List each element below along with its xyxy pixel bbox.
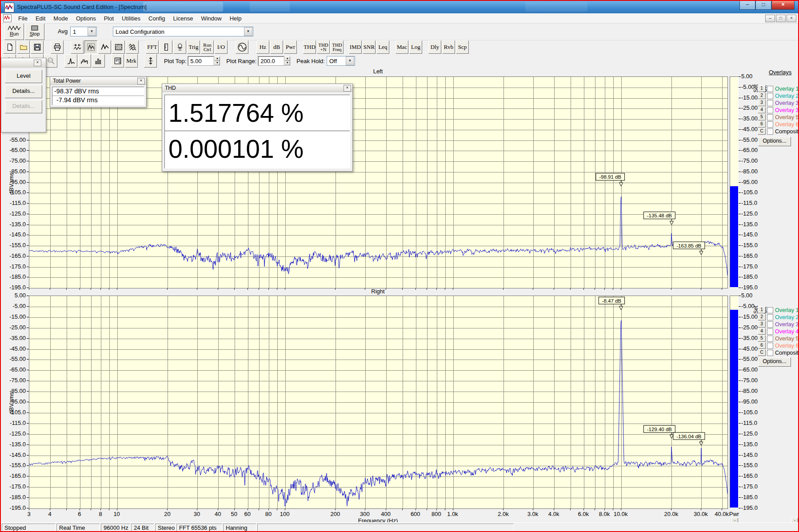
total-power-title[interactable]: Total Power × — [50, 77, 146, 85]
new-file-button[interactable] — [3, 40, 16, 54]
weighting-button[interactable] — [173, 40, 186, 54]
peak-hold-select[interactable]: Off ▼ — [327, 56, 355, 66]
peak-marker-icon[interactable] — [670, 221, 673, 225]
peak-marker-icon[interactable] — [699, 251, 703, 255]
overlay-on-checkbox[interactable] — [767, 321, 773, 328]
overlay-on-checkbox[interactable] — [767, 100, 773, 106]
io-button[interactable]: I/O — [215, 40, 228, 54]
overlay-set-button[interactable]: C — [758, 128, 766, 135]
trigger-button[interactable]: Trig — [187, 40, 200, 54]
mdi-restore-button[interactable]: □ — [776, 15, 786, 22]
surface-button[interactable] — [126, 40, 139, 54]
close-icon[interactable]: × — [344, 85, 351, 92]
overlay-set-button[interactable]: 2 — [758, 92, 766, 99]
close-icon[interactable]: × — [34, 60, 41, 66]
scale-button[interactable] — [160, 40, 172, 54]
peak-marker-icon[interactable] — [619, 306, 623, 310]
plot-line-mode-button[interactable] — [64, 54, 77, 68]
spectrum-plot-left[interactable]: -98.91 dB-135.48 dB-163.85 dB — [29, 76, 728, 288]
spectrogram-button[interactable] — [112, 40, 125, 54]
menu-utilities[interactable]: Utilities — [118, 14, 144, 23]
close-button[interactable]: × — [771, 1, 795, 10]
thd-button[interactable]: THD — [303, 40, 316, 54]
reverb-button[interactable]: Rvb — [442, 40, 455, 54]
spectrum-button[interactable] — [84, 40, 97, 54]
thd-freq-button[interactable]: THDFreq — [331, 40, 344, 54]
run-button[interactable]: Run — [4, 24, 24, 40]
overlay-set-button[interactable]: 6 — [758, 121, 766, 128]
overlay-set-button[interactable]: 3 — [758, 100, 766, 106]
overlay-on-checkbox[interactable] — [767, 114, 773, 120]
open-file-button[interactable] — [17, 40, 30, 54]
menu-edit[interactable]: Edit — [32, 14, 49, 23]
plot-bar-mode-button[interactable] — [92, 54, 105, 68]
overlay-on-checkbox[interactable] — [767, 107, 773, 113]
display-options-button[interactable] — [111, 54, 124, 68]
overlay-on-checkbox[interactable] — [767, 128, 773, 135]
menu-help[interactable]: Help — [226, 14, 246, 23]
leq-button[interactable]: Leq — [376, 40, 389, 54]
peak-marker-icon[interactable] — [670, 435, 673, 438]
save-button[interactable] — [31, 40, 44, 54]
chevron-down-icon[interactable]: ▼ — [244, 27, 252, 36]
mdi-close-button[interactable]: × — [787, 15, 796, 22]
run-control-button[interactable]: RunCtrl — [201, 40, 214, 54]
minimize-button[interactable]: – — [739, 1, 755, 10]
menu-mode[interactable]: Mode — [49, 14, 72, 23]
peak-marker-icon[interactable] — [699, 442, 703, 445]
overlay-on-checkbox[interactable] — [767, 343, 773, 349]
overlay-set-button[interactable]: 4 — [758, 328, 766, 335]
level-meter[interactable] — [730, 76, 739, 288]
overlay-on-checkbox[interactable] — [767, 314, 773, 320]
phase-button[interactable] — [98, 40, 111, 54]
generator-button[interactable] — [236, 40, 248, 54]
print-button[interactable] — [51, 40, 64, 54]
overlay-on-checkbox[interactable] — [767, 350, 773, 356]
mdi-minimize-button[interactable]: – — [765, 15, 775, 22]
overlay-set-button[interactable]: 4 — [758, 107, 766, 113]
chevron-down-icon[interactable]: ▼ — [88, 27, 96, 36]
thd-title[interactable]: THD × — [162, 84, 352, 92]
menu-file[interactable]: File — [14, 14, 32, 23]
overlay-on-checkbox[interactable] — [767, 86, 773, 92]
plot-range-input[interactable]: 200.0 — [258, 56, 284, 65]
plot-range-spinner[interactable]: ▲▼ — [284, 56, 290, 65]
overlay-set-button[interactable]: 6 — [758, 342, 766, 349]
spectrum-plot-right[interactable]: -8.47 dB-129.40 dB-136.04 dB — [29, 296, 728, 509]
overlay-on-checkbox[interactable] — [767, 328, 773, 335]
overlay-on-checkbox[interactable] — [767, 336, 773, 342]
overlay-set-button[interactable]: 2 — [758, 314, 766, 320]
auto-range-button[interactable] — [144, 54, 157, 68]
level-meter[interactable] — [730, 296, 739, 508]
time-series-button[interactable] — [71, 40, 84, 54]
delay-button[interactable]: Dly — [428, 40, 441, 54]
overlay-set-button[interactable]: 3 — [758, 321, 766, 328]
overlay-set-button[interactable]: 5 — [758, 335, 766, 342]
pwr-units-button[interactable]: Pwr — [284, 40, 297, 54]
imd-button[interactable]: IMD — [349, 40, 362, 54]
overlay-set-button[interactable]: 5 — [758, 114, 766, 120]
overlays-options-button[interactable]: Options... — [758, 137, 791, 146]
peak-marker-icon[interactable] — [619, 183, 623, 186]
fft-button[interactable]: FFT — [146, 40, 159, 54]
overlay-set-button[interactable]: 1 — [758, 307, 766, 313]
level-button[interactable]: Level — [5, 70, 42, 83]
overlay-set-button[interactable]: C — [758, 349, 766, 356]
log-button[interactable]: Log — [409, 40, 422, 54]
overlay-on-checkbox[interactable] — [767, 93, 773, 99]
plot-top-input[interactable]: 5.00 — [188, 56, 214, 65]
overlay-on-checkbox[interactable] — [767, 121, 773, 128]
snr-button[interactable]: SNR — [363, 40, 376, 54]
overlay-on-checkbox[interactable] — [767, 307, 773, 313]
overlay-set-button[interactable]: 1 — [758, 85, 766, 92]
db-units-button[interactable]: dB — [270, 40, 283, 54]
macro-button[interactable]: Mac — [396, 40, 408, 54]
hz-units-button[interactable]: Hz — [256, 40, 269, 54]
maximize-button[interactable]: □ — [755, 1, 771, 10]
menu-options[interactable]: Options — [72, 14, 100, 23]
plot-step-mode-button[interactable] — [78, 54, 91, 68]
menu-plot[interactable]: Plot — [100, 14, 118, 23]
overlays-options-button[interactable]: Options... — [758, 357, 791, 367]
plot-top-spinner[interactable]: ▲▼ — [214, 56, 220, 65]
menu-window[interactable]: Window — [197, 14, 225, 23]
